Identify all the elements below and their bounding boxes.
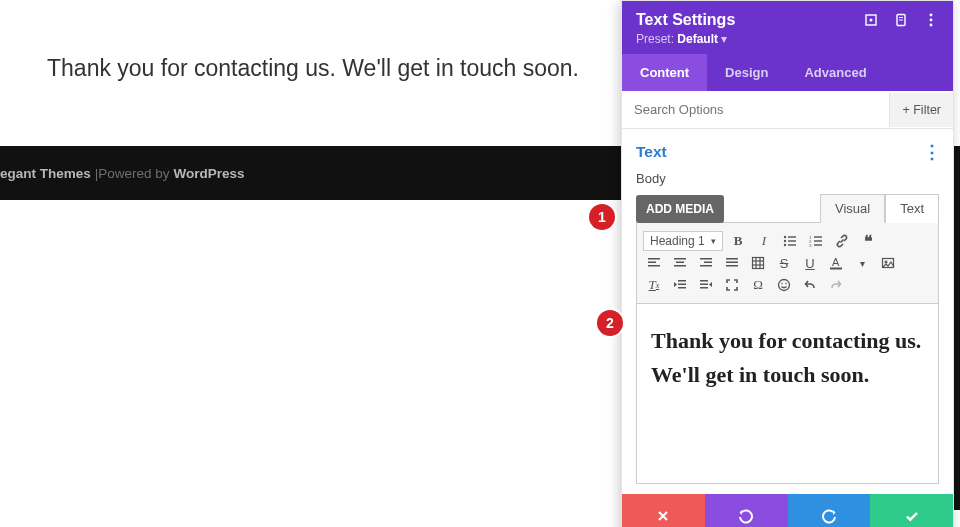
rich-text-toolbar: Heading 1▾ B I 123 ❝ S U A ▾ [636,222,939,304]
redo-icon[interactable] [825,275,847,295]
align-center-icon[interactable] [669,253,691,273]
svg-point-8 [784,236,786,238]
text-section: Text ⋮ Body ADD MEDIA Visual Text Headin… [622,129,953,494]
annotation-2: 2 [597,310,623,336]
svg-rect-42 [678,284,686,286]
body-field-label: Body [636,171,939,186]
page-icon[interactable] [893,12,909,28]
svg-rect-3 [899,17,903,18]
close-icon [656,509,670,523]
svg-point-6 [930,19,933,22]
align-justify-icon[interactable] [721,253,743,273]
svg-rect-13 [788,244,796,245]
bold-icon[interactable]: B [727,231,749,251]
italic-icon[interactable]: I [753,231,775,251]
svg-text:3: 3 [809,243,812,248]
annotation-1: 1 [589,204,615,230]
special-char-icon[interactable]: Ω [747,275,769,295]
text-color-icon[interactable]: A [825,253,847,273]
filter-label: Filter [913,103,941,117]
section-more-icon[interactable]: ⋮ [923,147,939,157]
discard-button[interactable] [622,494,705,527]
image-icon[interactable] [877,253,899,273]
svg-rect-25 [674,265,686,267]
footer-theme-link[interactable]: egant Themes [0,166,91,181]
preset-value: Default [677,32,718,46]
svg-rect-31 [726,265,738,267]
panel-action-bar [622,494,953,527]
chevron-down-icon: ▾ [711,236,716,246]
search-input[interactable] [622,91,889,128]
indent-icon[interactable] [695,275,717,295]
svg-rect-24 [676,262,684,264]
svg-rect-4 [899,20,903,21]
undo-button[interactable] [705,494,788,527]
editor-content[interactable]: Thank you for contacting us. We'll get i… [651,324,924,392]
svg-rect-32 [753,258,764,269]
undo-icon[interactable] [799,275,821,295]
panel-title-text: Text Settings [636,11,735,29]
panel-header: Text Settings Preset: Default ▾ [622,1,953,54]
svg-point-47 [779,280,790,291]
text-color-dropdown-icon[interactable]: ▾ [851,253,873,273]
svg-rect-17 [814,240,822,241]
tab-content[interactable]: Content [622,54,707,91]
svg-point-5 [930,14,933,17]
align-right-icon[interactable] [695,253,717,273]
editor-tab-text[interactable]: Text [885,194,939,223]
preset-selector[interactable]: Preset: Default ▾ [636,32,939,46]
svg-rect-20 [648,258,660,260]
table-icon[interactable] [747,253,769,273]
svg-point-48 [781,283,782,284]
bullet-list-icon[interactable] [779,231,801,251]
fullscreen-icon[interactable] [721,275,743,295]
footer-wordpress-link[interactable]: WordPress [174,166,245,181]
svg-rect-43 [678,287,686,289]
svg-point-49 [785,283,786,284]
save-button[interactable] [870,494,953,527]
svg-rect-26 [700,258,712,260]
redo-button[interactable] [788,494,871,527]
svg-point-10 [784,240,786,242]
text-editor[interactable]: Thank you for contacting us. We'll get i… [636,304,939,484]
redo-arrow-icon [821,508,837,524]
heading-selector-value: Heading 1 [650,234,705,248]
footer-powered-by: Powered by [98,166,169,181]
svg-rect-45 [700,284,708,286]
more-menu-icon[interactable] [923,12,939,28]
strikethrough-icon[interactable]: S [773,253,795,273]
tab-design[interactable]: Design [707,54,786,91]
svg-rect-30 [726,262,738,264]
underline-icon[interactable]: U [799,253,821,273]
plus-icon: + [902,103,909,117]
section-title-text: Text [636,143,667,161]
svg-rect-28 [700,265,712,267]
check-icon [904,508,920,524]
svg-rect-23 [674,258,686,260]
editor-tab-visual[interactable]: Visual [820,194,885,223]
align-left-icon[interactable] [643,253,665,273]
clear-formatting-icon[interactable]: Tx [643,275,665,295]
svg-rect-19 [814,244,822,245]
outdent-icon[interactable] [669,275,691,295]
tab-advanced[interactable]: Advanced [786,54,884,91]
blockquote-icon[interactable]: ❝ [857,231,879,251]
emoji-icon[interactable] [773,275,795,295]
text-settings-panel: Text Settings Preset: Default ▾ Content … [621,0,954,527]
add-media-button[interactable]: ADD MEDIA [636,195,724,223]
expand-icon[interactable] [863,12,879,28]
svg-rect-29 [726,258,738,260]
heading-selector[interactable]: Heading 1▾ [643,231,723,251]
svg-point-1 [870,19,873,22]
page-hero-text: Thank you for contacting us. We'll get i… [47,55,579,82]
numbered-list-icon[interactable]: 123 [805,231,827,251]
preset-caret-icon: ▾ [721,32,727,46]
svg-point-7 [930,24,933,27]
link-icon[interactable] [831,231,853,251]
svg-point-12 [784,244,786,246]
filter-button[interactable]: + Filter [889,93,953,127]
svg-rect-41 [678,280,686,282]
svg-rect-15 [814,236,822,237]
svg-rect-27 [704,262,712,264]
undo-arrow-icon [738,508,754,524]
